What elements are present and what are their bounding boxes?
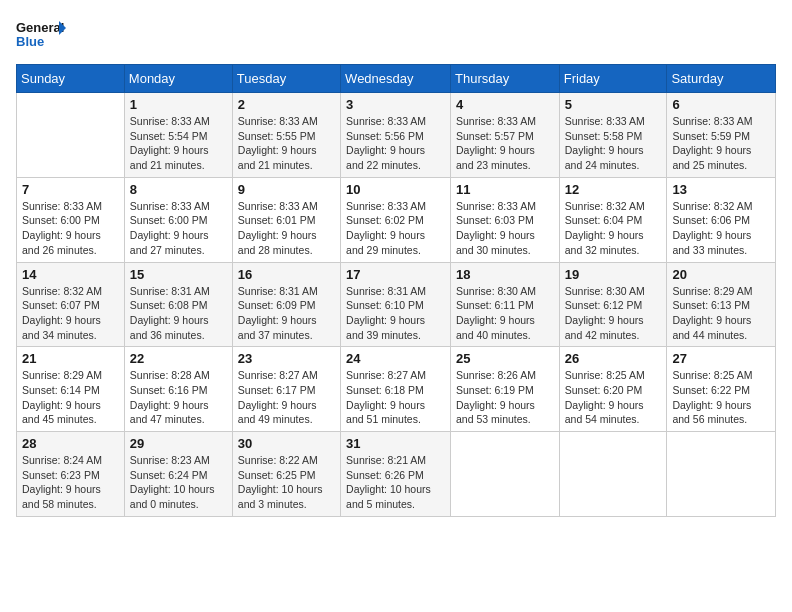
calendar-cell: 16Sunrise: 8:31 AM Sunset: 6:09 PM Dayli… [232, 262, 340, 347]
calendar-cell: 24Sunrise: 8:27 AM Sunset: 6:18 PM Dayli… [341, 347, 451, 432]
calendar-cell: 12Sunrise: 8:32 AM Sunset: 6:04 PM Dayli… [559, 177, 667, 262]
svg-text:General: General [16, 20, 64, 35]
calendar-cell: 26Sunrise: 8:25 AM Sunset: 6:20 PM Dayli… [559, 347, 667, 432]
day-info: Sunrise: 8:29 AM Sunset: 6:14 PM Dayligh… [22, 368, 119, 427]
calendar-cell: 31Sunrise: 8:21 AM Sunset: 6:26 PM Dayli… [341, 432, 451, 517]
calendar-cell: 20Sunrise: 8:29 AM Sunset: 6:13 PM Dayli… [667, 262, 776, 347]
day-info: Sunrise: 8:28 AM Sunset: 6:16 PM Dayligh… [130, 368, 227, 427]
day-info: Sunrise: 8:24 AM Sunset: 6:23 PM Dayligh… [22, 453, 119, 512]
svg-text:Blue: Blue [16, 34, 44, 49]
day-info: Sunrise: 8:33 AM Sunset: 5:56 PM Dayligh… [346, 114, 445, 173]
day-number: 8 [130, 182, 227, 197]
calendar-cell: 18Sunrise: 8:30 AM Sunset: 6:11 PM Dayli… [451, 262, 560, 347]
calendar-cell: 10Sunrise: 8:33 AM Sunset: 6:02 PM Dayli… [341, 177, 451, 262]
day-info: Sunrise: 8:27 AM Sunset: 6:17 PM Dayligh… [238, 368, 335, 427]
calendar-cell [559, 432, 667, 517]
calendar-cell: 4Sunrise: 8:33 AM Sunset: 5:57 PM Daylig… [451, 93, 560, 178]
weekday-header-monday: Monday [124, 65, 232, 93]
day-number: 27 [672, 351, 770, 366]
day-number: 12 [565, 182, 662, 197]
day-info: Sunrise: 8:33 AM Sunset: 5:57 PM Dayligh… [456, 114, 554, 173]
day-info: Sunrise: 8:33 AM Sunset: 6:02 PM Dayligh… [346, 199, 445, 258]
calendar-cell: 6Sunrise: 8:33 AM Sunset: 5:59 PM Daylig… [667, 93, 776, 178]
logo: General Blue [16, 16, 66, 56]
logo-svg: General Blue [16, 16, 66, 56]
calendar-cell: 5Sunrise: 8:33 AM Sunset: 5:58 PM Daylig… [559, 93, 667, 178]
day-number: 25 [456, 351, 554, 366]
day-number: 17 [346, 267, 445, 282]
day-number: 14 [22, 267, 119, 282]
calendar-cell: 8Sunrise: 8:33 AM Sunset: 6:00 PM Daylig… [124, 177, 232, 262]
calendar-cell: 22Sunrise: 8:28 AM Sunset: 6:16 PM Dayli… [124, 347, 232, 432]
day-number: 11 [456, 182, 554, 197]
day-number: 6 [672, 97, 770, 112]
calendar-cell: 30Sunrise: 8:22 AM Sunset: 6:25 PM Dayli… [232, 432, 340, 517]
calendar-cell: 17Sunrise: 8:31 AM Sunset: 6:10 PM Dayli… [341, 262, 451, 347]
day-number: 24 [346, 351, 445, 366]
calendar-cell: 2Sunrise: 8:33 AM Sunset: 5:55 PM Daylig… [232, 93, 340, 178]
day-info: Sunrise: 8:33 AM Sunset: 6:00 PM Dayligh… [130, 199, 227, 258]
weekday-header-wednesday: Wednesday [341, 65, 451, 93]
day-number: 2 [238, 97, 335, 112]
calendar-week-row: 28Sunrise: 8:24 AM Sunset: 6:23 PM Dayli… [17, 432, 776, 517]
calendar-cell [451, 432, 560, 517]
weekday-header-saturday: Saturday [667, 65, 776, 93]
day-number: 15 [130, 267, 227, 282]
day-number: 23 [238, 351, 335, 366]
day-info: Sunrise: 8:26 AM Sunset: 6:19 PM Dayligh… [456, 368, 554, 427]
calendar-cell: 13Sunrise: 8:32 AM Sunset: 6:06 PM Dayli… [667, 177, 776, 262]
day-info: Sunrise: 8:33 AM Sunset: 6:00 PM Dayligh… [22, 199, 119, 258]
calendar-cell: 1Sunrise: 8:33 AM Sunset: 5:54 PM Daylig… [124, 93, 232, 178]
day-number: 9 [238, 182, 335, 197]
day-number: 18 [456, 267, 554, 282]
day-number: 5 [565, 97, 662, 112]
day-number: 1 [130, 97, 227, 112]
day-info: Sunrise: 8:33 AM Sunset: 5:55 PM Dayligh… [238, 114, 335, 173]
calendar-cell: 11Sunrise: 8:33 AM Sunset: 6:03 PM Dayli… [451, 177, 560, 262]
calendar-cell [667, 432, 776, 517]
calendar-cell: 19Sunrise: 8:30 AM Sunset: 6:12 PM Dayli… [559, 262, 667, 347]
day-info: Sunrise: 8:30 AM Sunset: 6:12 PM Dayligh… [565, 284, 662, 343]
day-info: Sunrise: 8:33 AM Sunset: 5:54 PM Dayligh… [130, 114, 227, 173]
page-header: General Blue [16, 16, 776, 56]
calendar-cell: 28Sunrise: 8:24 AM Sunset: 6:23 PM Dayli… [17, 432, 125, 517]
day-number: 16 [238, 267, 335, 282]
day-number: 10 [346, 182, 445, 197]
day-info: Sunrise: 8:31 AM Sunset: 6:09 PM Dayligh… [238, 284, 335, 343]
day-info: Sunrise: 8:25 AM Sunset: 6:22 PM Dayligh… [672, 368, 770, 427]
day-number: 26 [565, 351, 662, 366]
calendar-cell: 25Sunrise: 8:26 AM Sunset: 6:19 PM Dayli… [451, 347, 560, 432]
day-number: 4 [456, 97, 554, 112]
day-number: 3 [346, 97, 445, 112]
day-info: Sunrise: 8:25 AM Sunset: 6:20 PM Dayligh… [565, 368, 662, 427]
day-info: Sunrise: 8:31 AM Sunset: 6:10 PM Dayligh… [346, 284, 445, 343]
calendar-week-row: 1Sunrise: 8:33 AM Sunset: 5:54 PM Daylig… [17, 93, 776, 178]
day-number: 21 [22, 351, 119, 366]
day-number: 30 [238, 436, 335, 451]
day-number: 20 [672, 267, 770, 282]
day-info: Sunrise: 8:23 AM Sunset: 6:24 PM Dayligh… [130, 453, 227, 512]
day-info: Sunrise: 8:27 AM Sunset: 6:18 PM Dayligh… [346, 368, 445, 427]
calendar-cell: 9Sunrise: 8:33 AM Sunset: 6:01 PM Daylig… [232, 177, 340, 262]
day-number: 31 [346, 436, 445, 451]
day-number: 28 [22, 436, 119, 451]
calendar-cell: 15Sunrise: 8:31 AM Sunset: 6:08 PM Dayli… [124, 262, 232, 347]
calendar-cell [17, 93, 125, 178]
day-number: 7 [22, 182, 119, 197]
day-info: Sunrise: 8:31 AM Sunset: 6:08 PM Dayligh… [130, 284, 227, 343]
calendar-cell: 3Sunrise: 8:33 AM Sunset: 5:56 PM Daylig… [341, 93, 451, 178]
day-number: 22 [130, 351, 227, 366]
calendar-cell: 23Sunrise: 8:27 AM Sunset: 6:17 PM Dayli… [232, 347, 340, 432]
calendar-cell: 27Sunrise: 8:25 AM Sunset: 6:22 PM Dayli… [667, 347, 776, 432]
day-info: Sunrise: 8:22 AM Sunset: 6:25 PM Dayligh… [238, 453, 335, 512]
calendar-week-row: 7Sunrise: 8:33 AM Sunset: 6:00 PM Daylig… [17, 177, 776, 262]
weekday-header-tuesday: Tuesday [232, 65, 340, 93]
day-info: Sunrise: 8:30 AM Sunset: 6:11 PM Dayligh… [456, 284, 554, 343]
calendar-week-row: 21Sunrise: 8:29 AM Sunset: 6:14 PM Dayli… [17, 347, 776, 432]
day-info: Sunrise: 8:32 AM Sunset: 6:07 PM Dayligh… [22, 284, 119, 343]
day-number: 29 [130, 436, 227, 451]
calendar-cell: 14Sunrise: 8:32 AM Sunset: 6:07 PM Dayli… [17, 262, 125, 347]
day-info: Sunrise: 8:29 AM Sunset: 6:13 PM Dayligh… [672, 284, 770, 343]
day-info: Sunrise: 8:33 AM Sunset: 5:59 PM Dayligh… [672, 114, 770, 173]
day-info: Sunrise: 8:32 AM Sunset: 6:06 PM Dayligh… [672, 199, 770, 258]
